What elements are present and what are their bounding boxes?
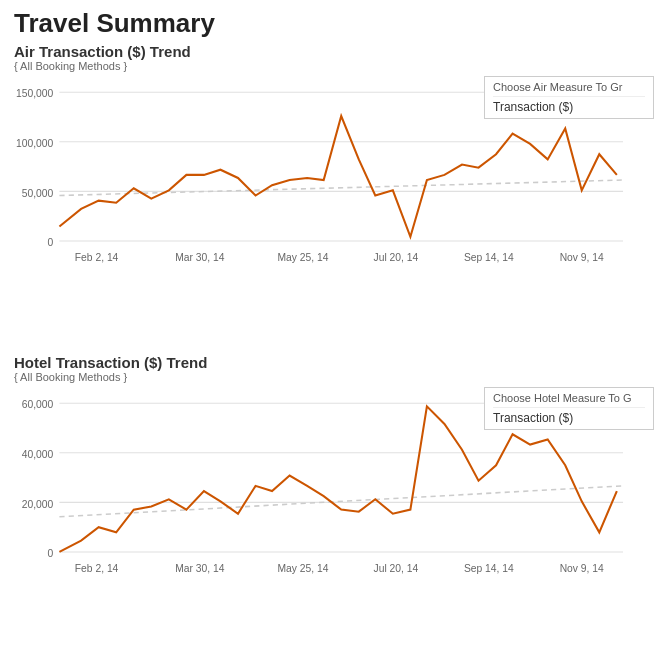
svg-text:Feb 2, 14: Feb 2, 14 — [75, 563, 119, 574]
svg-text:60,000: 60,000 — [22, 399, 54, 410]
svg-text:Sep 14, 14: Sep 14, 14 — [464, 563, 514, 574]
svg-text:100,000: 100,000 — [16, 138, 54, 149]
svg-text:Jul 20, 14: Jul 20, 14 — [374, 563, 419, 574]
hotel-measure-value: Transaction ($) — [493, 411, 645, 425]
svg-text:Nov 9, 14: Nov 9, 14 — [560, 563, 604, 574]
air-chart-title: Air Transaction ($) Trend — [14, 43, 654, 60]
svg-text:20,000: 20,000 — [22, 499, 54, 510]
svg-text:Nov 9, 14: Nov 9, 14 — [560, 252, 604, 263]
hotel-chart-section: Hotel Transaction ($) Trend { All Bookin… — [0, 354, 668, 657]
svg-text:0: 0 — [47, 548, 53, 559]
svg-text:Feb 2, 14: Feb 2, 14 — [75, 252, 119, 263]
page-title: Travel Summary — [0, 0, 668, 43]
svg-text:May 25, 14: May 25, 14 — [278, 563, 329, 574]
svg-text:0: 0 — [47, 237, 53, 248]
hotel-chart-container: Choose Hotel Measure To G Transaction ($… — [14, 387, 654, 657]
air-measure-box[interactable]: Choose Air Measure To Gr Transaction ($) — [484, 76, 654, 119]
svg-text:Mar 30, 14: Mar 30, 14 — [175, 252, 225, 263]
hotel-chart-title: Hotel Transaction ($) Trend — [14, 354, 654, 371]
svg-text:40,000: 40,000 — [22, 449, 54, 460]
air-chart-container: Choose Air Measure To Gr Transaction ($)… — [14, 76, 654, 346]
air-measure-value: Transaction ($) — [493, 100, 645, 114]
svg-text:May 25, 14: May 25, 14 — [278, 252, 329, 263]
hotel-measure-label: Choose Hotel Measure To G — [493, 392, 645, 408]
hotel-measure-box[interactable]: Choose Hotel Measure To G Transaction ($… — [484, 387, 654, 430]
svg-text:150,000: 150,000 — [16, 88, 54, 99]
svg-text:Mar 30, 14: Mar 30, 14 — [175, 563, 225, 574]
svg-text:Jul 20, 14: Jul 20, 14 — [374, 252, 419, 263]
hotel-chart-subtitle: { All Booking Methods } — [14, 371, 654, 383]
svg-text:50,000: 50,000 — [22, 188, 54, 199]
air-chart-section: Air Transaction ($) Trend { All Booking … — [0, 43, 668, 346]
svg-text:Sep 14, 14: Sep 14, 14 — [464, 252, 514, 263]
air-chart-subtitle: { All Booking Methods } — [14, 60, 654, 72]
air-measure-label: Choose Air Measure To Gr — [493, 81, 645, 97]
